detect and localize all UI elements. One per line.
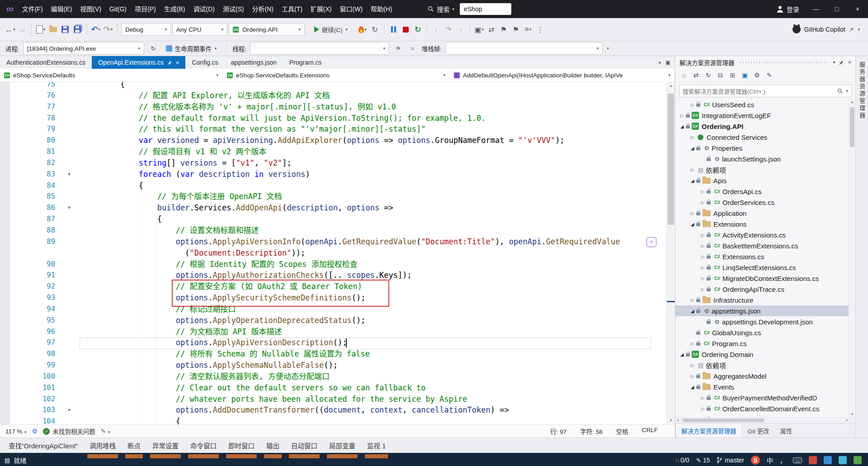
expander-icon[interactable]: ▷ <box>689 135 696 140</box>
zoom-dropdown[interactable]: 117 % ▾ <box>5 428 27 435</box>
thread-dropdown[interactable]: ▾ <box>250 42 389 55</box>
ime-language-mode[interactable]: 中 <box>767 456 773 465</box>
tree-item[interactable]: ⚙launchSettings.json <box>675 153 855 164</box>
code-line[interactable]: 99 options.ApplySchemaNullableFalse(); <box>0 360 666 371</box>
toolbar-overflow-button[interactable]: ⋮ <box>535 24 546 35</box>
code-line[interactable]: 102 // whatever ports have been allocate… <box>0 394 666 405</box>
ime-keyboard-icon[interactable] <box>793 457 802 463</box>
tree-item[interactable]: ◢C#Ordering.API <box>675 121 855 132</box>
restart-application-button[interactable]: ↻ <box>369 24 380 35</box>
save-button[interactable] <box>60 24 71 35</box>
document-tab[interactable]: Program.cs <box>283 56 328 69</box>
task-list-button[interactable]: ≡▾ <box>523 24 533 35</box>
menu-item[interactable]: 分析(N) <box>248 0 277 18</box>
pending-edits-counter[interactable]: ✎ 15 <box>696 456 710 464</box>
tree-item[interactable]: ▷C#MigrateDbContextExtensions.cs <box>675 273 855 284</box>
code-line[interactable]: 79 // this will format the version as "'… <box>0 124 666 135</box>
document-tab[interactable]: AuthenticationExtensions.cs <box>0 56 92 69</box>
scrollbar-thumb[interactable] <box>850 107 854 147</box>
tool-window-tab[interactable]: 解决方案资源管理器 <box>675 423 742 437</box>
view-selector-icon[interactable]: ▣ <box>739 70 750 80</box>
code-line[interactable]: 76 // 配置 API Explorer, 以生成版本化的 API 文档 <box>0 90 666 101</box>
tree-item[interactable]: ◢Apis <box>675 175 855 186</box>
stop-debugging-button[interactable] <box>400 24 411 35</box>
sync-counter[interactable]: ↑↓ 0/0 <box>675 456 689 464</box>
ime-punctuation-mode[interactable]: ， <box>780 456 786 465</box>
member-scope-dropdown[interactable]: AddDefaultOpenApi(IHostApplicationBuilde… <box>450 69 675 81</box>
preview-selected-icon[interactable]: ✎ <box>764 70 775 80</box>
code-line[interactable]: 82 string[] versions = ["v1", "v2"]; <box>0 157 666 169</box>
expander-icon[interactable]: ▷ <box>689 298 696 303</box>
tree-item[interactable]: ▷C#OrderCancelledDomainEvent.cs <box>675 403 855 414</box>
pin-icon[interactable] <box>167 60 172 65</box>
navigate-forward-button[interactable]: → <box>17 24 28 35</box>
expander-icon[interactable]: ▷ <box>699 189 707 194</box>
panel-tab[interactable]: 自动窗口 <box>285 438 323 453</box>
menu-item[interactable]: 工具(T) <box>278 0 307 18</box>
code-line[interactable]: 96 // 为文档添加 API 版本描述 <box>0 326 666 338</box>
scrollbar-thumb[interactable] <box>683 418 764 422</box>
previous-bookmark-button[interactable]: ⚑ <box>498 24 509 35</box>
code-line[interactable]: 98 // 将所有 Schema 的 Nullable 属性设置为 false <box>0 348 666 360</box>
expander-icon[interactable]: ▷ <box>689 167 696 172</box>
toolbar-overflow-icon[interactable]: ▾ <box>607 46 609 51</box>
expander-icon[interactable]: ◢ <box>689 146 696 151</box>
menu-item[interactable]: 帮助(H) <box>367 0 396 18</box>
show-all-files-icon[interactable]: ⊞ <box>727 70 738 80</box>
tool-window-tab[interactable]: Git 更改 <box>742 423 775 437</box>
code-line[interactable]: 85 // 为每个版本注册 OpenAPI 文档 <box>0 191 666 202</box>
code-editor[interactable]: 75 {76 // 配置 API Explorer, 以生成版本化的 API 文… <box>0 82 675 424</box>
restart-debugging-button[interactable]: ↻ <box>412 24 423 35</box>
tray-icon[interactable] <box>854 456 862 464</box>
tree-item[interactable]: ▷C#OrderGracePeriodConfirmedDo <box>675 414 855 417</box>
copilot-suggestion-icon[interactable]: ✧ <box>646 237 656 247</box>
code-line[interactable]: 86▾ builder.Services.AddOpenApi(descript… <box>0 202 666 214</box>
code-line[interactable]: 101 // Clear out the default servers so … <box>0 382 666 394</box>
collapse-all-icon[interactable]: ⊟ <box>715 70 726 80</box>
menu-item[interactable]: 扩展(X) <box>307 0 336 18</box>
expander-icon[interactable]: ◢ <box>689 385 696 390</box>
lifecycle-events-button[interactable]: 生命周期事件 ▾ <box>162 43 221 54</box>
tree-item[interactable]: ◢Events <box>675 381 855 392</box>
tree-item[interactable]: ▷C#ActivityExtensions.cs <box>675 229 855 240</box>
menu-item[interactable]: 调试(D) <box>189 0 218 18</box>
search-options-icon[interactable]: ▾ <box>846 89 848 93</box>
tree-item[interactable]: ▷▤依赖项 <box>675 164 855 175</box>
show-threads-icon[interactable]: ≡ <box>407 43 418 53</box>
expander-icon[interactable]: ▷ <box>699 254 707 259</box>
document-tab[interactable]: OpenApi.Extensions.cs× <box>92 56 185 69</box>
type-scope-dropdown[interactable]: C#eShop.ServiceDefaults.Extensions▾ <box>223 69 450 81</box>
panel-tab[interactable]: 即时窗口 <box>222 438 260 453</box>
tree-item[interactable]: ◢⚙Properties <box>675 143 855 153</box>
expander-icon[interactable]: ▷ <box>699 265 707 270</box>
code-line[interactable]: 100 // 清空默认服务器列表, 方便动态分配端口 <box>0 371 666 382</box>
open-file-button[interactable] <box>47 24 58 35</box>
code-line[interactable]: 90 // 根据 Identity 配置的 Scopes 添加授权检查 <box>0 259 666 270</box>
document-tab[interactable]: appsettings.json <box>225 56 283 69</box>
solution-configuration-dropdown[interactable]: Debug▾ <box>121 23 171 36</box>
tray-icon[interactable] <box>839 456 847 464</box>
tree-item[interactable]: ▷C#Extensions.cs <box>675 251 855 262</box>
code-line[interactable]: 78 // the default format will just be Ap… <box>0 113 666 124</box>
menu-item[interactable]: Git(G) <box>105 0 131 18</box>
menu-item[interactable]: 视图(V) <box>76 0 105 18</box>
tree-item[interactable]: C#GlobalUsings.cs <box>675 327 855 338</box>
solution-search-input[interactable]: 搜索解决方案资源管理器(Ctrl+;) ▾ <box>679 85 852 97</box>
menu-item[interactable]: 项目(P) <box>131 0 160 18</box>
scroll-right-icon[interactable]: ▸ <box>846 418 848 423</box>
tree-item[interactable]: ▷C#BasketItemExtensions.cs <box>675 240 855 251</box>
code-line[interactable]: ("Document:Description")); <box>0 247 666 259</box>
sync-namespaces-button[interactable]: ⇄ <box>486 24 497 35</box>
tree-item[interactable]: ▷C#OrdersApi.cs <box>675 186 855 197</box>
line-indicator[interactable]: 行: 97 <box>550 427 566 436</box>
line-ending-indicator[interactable]: CRLF <box>642 427 658 436</box>
scroll-up-icon[interactable]: ▲ <box>849 100 855 104</box>
panel-tab[interactable]: 监视 1 <box>361 438 392 453</box>
properties-icon[interactable]: ⚙ <box>751 70 763 80</box>
tree-vertical-scrollbar[interactable]: ▲ ▼ <box>849 99 855 417</box>
tab-list-dropdown-icon[interactable]: ▾ <box>659 60 661 65</box>
panel-tab[interactable]: 断点 <box>122 438 146 453</box>
code-line[interactable]: 92 // 配置安全方案 (如 OAuth2 或 Bearer Token) <box>0 281 666 292</box>
tree-item[interactable]: ▷C#IntegrationEventLogEF <box>675 110 855 121</box>
next-bookmark-button[interactable]: ⚑ <box>510 24 521 35</box>
